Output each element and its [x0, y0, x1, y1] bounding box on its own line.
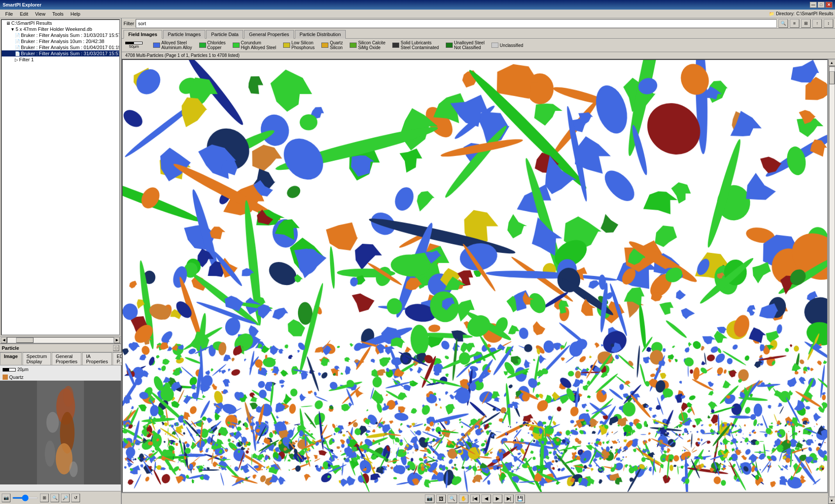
- filter-btn-5[interactable]: ↕: [824, 19, 833, 28]
- title-bar-controls: — □ ✕: [810, 2, 832, 8]
- brightness-slider[interactable]: [12, 497, 38, 499]
- tree-analysis-2-label: Bruker : Filter Analysis 10um : 20/42:38: [21, 39, 104, 44]
- horizontal-scrollbar[interactable]: ◀ ▶: [0, 336, 121, 343]
- tree-db-label: 5 x 47mm Filter Holder Weekend.db: [16, 27, 92, 32]
- menu-edit[interactable]: Edit: [17, 10, 32, 17]
- app-title: SmartPI Explorer: [3, 2, 41, 7]
- tab-particle-data[interactable]: Particle Data: [206, 30, 243, 39]
- particle-tabs: Image Spectrum Display General Propertie…: [0, 352, 121, 365]
- legend-quartz: QuartzSilicon: [321, 40, 343, 50]
- tree-analysis-3-label: Bruker : Filter Analysis Sum : 01/04/201…: [21, 45, 120, 50]
- particle-zoom-in[interactable]: 🔍: [50, 494, 59, 502]
- tree-root[interactable]: 🖥 C:\SmartPI Results: [2, 20, 119, 26]
- particle-tab-general[interactable]: General Properties: [52, 352, 81, 365]
- legend-label-quartz: QuartzSilicon: [330, 40, 343, 50]
- maximize-button[interactable]: □: [818, 2, 825, 8]
- toolbar-save[interactable]: 💾: [515, 494, 525, 503]
- menu-file[interactable]: File: [2, 10, 17, 17]
- menu-help[interactable]: Help: [67, 10, 84, 17]
- quartz-text: Quartz: [9, 375, 23, 380]
- legend-color-unclassified: [491, 43, 498, 48]
- svg-point-7: [69, 461, 77, 477]
- tree-analysis-4[interactable]: 📄 Bruker : Filter Analysis Sum : 31/03/2…: [2, 50, 119, 56]
- toolbar-pan[interactable]: ✋: [459, 494, 468, 503]
- quartz-color: [3, 375, 8, 380]
- minimize-button[interactable]: —: [810, 2, 817, 8]
- legend-color-quartz: [321, 43, 328, 48]
- scroll-track[interactable]: [7, 337, 114, 343]
- particle-tab-image[interactable]: Image: [0, 352, 22, 365]
- filter-label: Filter: [124, 21, 134, 26]
- right-panel: Filter 🔍 ≡ ⊞ ↑ ↕ Field Images Particle I…: [122, 18, 835, 504]
- toolbar-nav-start[interactable]: |◀: [470, 494, 480, 503]
- filter-bar: Filter 🔍 ≡ ⊞ ↑ ↕: [122, 18, 835, 29]
- file-icon-5: ▷: [15, 57, 18, 62]
- toolbar-nav-prev[interactable]: ◀: [481, 494, 491, 503]
- scroll-thumb-v[interactable]: [829, 71, 835, 84]
- particle-camera-btn[interactable]: 📷: [2, 494, 10, 502]
- toolbar-zoom[interactable]: 🔍: [448, 494, 457, 503]
- scroll-track-v[interactable]: [829, 66, 835, 497]
- tree-analysis-3[interactable]: 📄 Bruker : Filter Analysis Sum : 01/04/2…: [2, 44, 119, 50]
- menu-view[interactable]: View: [32, 10, 49, 17]
- scale-ruler: 50µm: [125, 42, 143, 49]
- tab-general-properties[interactable]: General Properties: [244, 30, 294, 39]
- menu-bar: File Edit View Tools Help 📁 Directory: C…: [0, 10, 835, 18]
- scroll-up-arrow[interactable]: ▲: [828, 59, 835, 66]
- filter-input[interactable]: [136, 19, 777, 28]
- tree-filter-1[interactable]: ▷ Filter 1: [2, 56, 119, 63]
- computer-icon: 🖥: [6, 21, 10, 26]
- particle-rotate[interactable]: ↺: [71, 494, 80, 502]
- tab-particle-distribution[interactable]: Particle Distribution: [295, 30, 346, 39]
- particle-content: 20µm Quartz: [0, 365, 121, 491]
- main-container: 🖥 C:\SmartPI Results ▼ 5 x 47mm Filter H…: [0, 18, 835, 504]
- tree-panel[interactable]: 🖥 C:\SmartPI Results ▼ 5 x 47mm Filter H…: [1, 19, 120, 335]
- legend-silicon-calcite: Silicon CalciteSiMg Oxide: [350, 40, 385, 50]
- toolbar-nav-next[interactable]: ▶: [493, 494, 502, 503]
- legend-color-chlorides: [199, 43, 206, 48]
- tab-particle-images[interactable]: Particle Images: [163, 30, 206, 39]
- visualization-canvas: [123, 60, 827, 492]
- main-tabs: Field Images Particle Images Particle Da…: [122, 29, 835, 38]
- scroll-left-btn[interactable]: ◀: [1, 337, 7, 343]
- tab-field-images[interactable]: Field Images: [124, 30, 162, 39]
- legend-unalloyed: Unalloyed SteelNot Classified: [446, 40, 484, 50]
- filter-btn-3[interactable]: ⊞: [801, 19, 811, 28]
- tree-analysis-2[interactable]: 📄 Bruker : Filter Analysis 10um : 20/42:…: [2, 38, 119, 44]
- legend-color-silicon-calcite: [350, 43, 357, 48]
- file-icon-3: 📄: [15, 45, 20, 50]
- toolbar-camera[interactable]: 📷: [425, 494, 434, 503]
- right-content: 📷 🖼 🔍 ✋ |◀ ◀ ▶ ▶| 💾 ▲ ▼: [122, 59, 835, 504]
- info-text: 4708 Multi-Particles (Page 1 of 1, Parti…: [125, 53, 240, 58]
- scroll-down-arrow[interactable]: ▼: [828, 497, 835, 504]
- legend-label-silicon-calcite: Silicon CalciteSiMg Oxide: [358, 40, 385, 50]
- particle-panel-expand[interactable]: □: [113, 345, 119, 351]
- scroll-thumb[interactable]: [16, 338, 33, 343]
- particle-zoom-fit[interactable]: ⊞: [40, 494, 49, 502]
- toolbar-nav-end[interactable]: ▶|: [504, 494, 514, 503]
- legend-alloyed-steel: Alloyed SteelAluminium Alloy: [153, 40, 192, 50]
- folder-icon: 📁: [769, 11, 774, 16]
- filter-btn-4[interactable]: ↑: [812, 19, 822, 28]
- particle-zoom-out[interactable]: 🔎: [61, 494, 70, 502]
- close-button[interactable]: ✕: [825, 2, 832, 8]
- filter-btn-2[interactable]: ≡: [790, 19, 799, 28]
- scale-ruler-label: 50µm: [129, 44, 139, 49]
- particle-view[interactable]: [122, 59, 828, 493]
- particle-tab-ia[interactable]: IA Properties: [82, 352, 112, 365]
- legend-color-alloyed: [153, 43, 160, 48]
- tree-analysis-4-label: Bruker : Filter Analysis Sum : 31/03/201…: [21, 51, 120, 56]
- particle-tab-spectrum[interactable]: Spectrum Display: [23, 352, 51, 365]
- tree-db[interactable]: ▼ 5 x 47mm Filter Holder Weekend.db: [2, 26, 119, 32]
- scroll-right-btn[interactable]: ▶: [114, 337, 120, 343]
- toolbar-image[interactable]: 🖼: [436, 494, 446, 503]
- right-scrollbar[interactable]: ▲ ▼: [828, 59, 835, 504]
- tree-root-label: C:\SmartPI Results: [11, 20, 52, 26]
- legend-label-corundum: CorundumHigh Alloyed Steel: [241, 40, 276, 50]
- menu-tools[interactable]: Tools: [49, 10, 67, 17]
- svg-point-5: [47, 412, 59, 433]
- particle-panel-title: Particle: [2, 345, 19, 351]
- tree-analysis-1[interactable]: 📄 Bruker : Filter Analysis Sum : 31/03/2…: [2, 32, 119, 38]
- filter-btn-1[interactable]: 🔍: [778, 19, 788, 28]
- legend-bar: 50µm Alloyed SteelAluminium Alloy Chlori…: [122, 38, 835, 52]
